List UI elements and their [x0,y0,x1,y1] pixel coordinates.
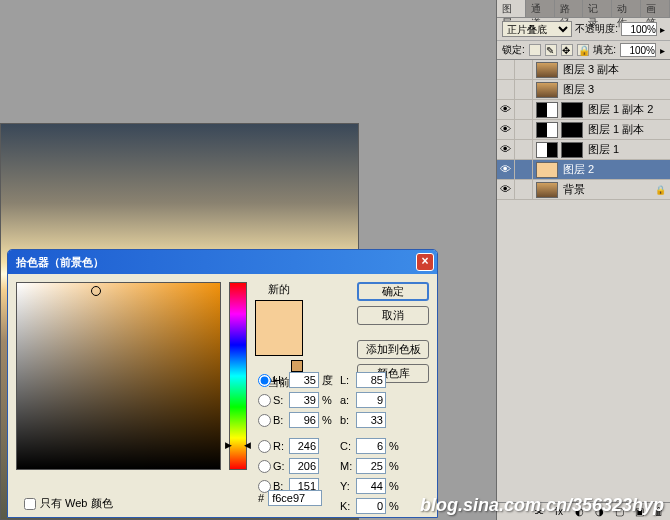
h-unit: 度 [322,373,336,388]
visibility-eye-icon[interactable]: 👁 [497,140,515,159]
layer-thumb[interactable] [536,62,558,78]
tab-brushes[interactable]: 画笔 [641,0,670,17]
g-label: G: [273,460,289,472]
s-radio[interactable] [258,394,271,407]
layer-name-label[interactable]: 背景 [561,182,655,197]
k-input[interactable] [356,498,386,514]
layer-thumb[interactable] [536,122,558,138]
tab-paths[interactable]: 路径 [555,0,584,17]
lock-all-icon[interactable]: 🔒 [577,44,589,56]
layer-row[interactable]: 👁 背景 🔒 [497,180,670,200]
visibility-eye-icon[interactable] [497,60,515,79]
color-picker-titlebar[interactable]: 拾色器（前景色） × [8,250,437,274]
color-gradient-field[interactable] [16,282,221,470]
h-input[interactable] [289,372,319,388]
layers-panel: 图层 通道 路径 记录 动作 画笔 正片叠底 不透明度: ▸ 锁定: ✎ ✥ 🔒… [496,0,670,520]
tab-channels[interactable]: 通道 [526,0,555,17]
layer-name-label[interactable]: 图层 3 [561,82,670,97]
layer-thumb[interactable] [536,102,558,118]
g-radio[interactable] [258,460,271,473]
y-input[interactable] [356,478,386,494]
add-swatch-button[interactable]: 添加到色板 [357,340,429,359]
m-input[interactable] [356,458,386,474]
opacity-label: 不透明度: [575,22,618,36]
visibility-eye-icon[interactable] [497,80,515,99]
lock-paint-icon[interactable]: ✎ [545,44,557,56]
c-label: C: [340,440,356,452]
layer-mask-thumb[interactable] [561,142,583,158]
link-col[interactable] [515,80,533,99]
visibility-eye-icon[interactable]: 👁 [497,180,515,199]
layer-mask-thumb[interactable] [561,122,583,138]
layer-name-label[interactable]: 图层 1 [586,142,670,157]
layer-thumb[interactable] [536,162,558,178]
m-label: M: [340,460,356,472]
visibility-eye-icon[interactable]: 👁 [497,160,515,179]
layer-thumb[interactable] [536,182,558,198]
layer-row[interactable]: 图层 3 [497,80,670,100]
layer-mask-thumb[interactable] [561,102,583,118]
link-col[interactable] [515,180,533,199]
web-only-checkbox[interactable] [24,498,36,510]
color-picker-title: 拾色器（前景色） [16,255,104,270]
r-radio[interactable] [258,440,271,453]
hue-slider-handle-icon[interactable]: ▶◀ [225,440,251,450]
lab-b-input[interactable] [356,412,386,428]
opacity-input[interactable] [621,22,657,36]
blend-mode-select[interactable]: 正片叠底 [502,21,572,37]
s-input[interactable] [289,392,319,408]
k-label: K: [340,500,356,512]
lock-label: 锁定: [502,43,525,57]
l-label: L: [340,374,356,386]
close-icon[interactable]: × [416,253,434,271]
c-input[interactable] [356,438,386,454]
color-picker-dialog: 拾色器（前景色） × ▶◀ 新的 当前 确定 取消 添加到色板 颜色库 H:度 … [7,249,438,518]
layer-name-label[interactable]: 图层 1 副本 2 [586,102,670,117]
layer-row[interactable]: 👁 图层 2 [497,160,670,180]
y-label: Y: [340,480,356,492]
l-input[interactable] [356,372,386,388]
tab-history[interactable]: 记录 [583,0,612,17]
layer-row[interactable]: 图层 3 副本 [497,60,670,80]
lab-cmyk-group: L: a: b: C:% M:% Y:% K:% [340,370,403,516]
layer-thumb[interactable] [536,82,558,98]
link-col[interactable] [515,160,533,179]
lock-move-icon[interactable]: ✥ [561,44,573,56]
visibility-eye-icon[interactable]: 👁 [497,120,515,139]
visibility-eye-icon[interactable]: 👁 [497,100,515,119]
layer-thumb[interactable] [536,142,558,158]
layer-name-label[interactable]: 图层 1 副本 [586,122,670,137]
tab-layers[interactable]: 图层 [497,0,526,17]
hue-slider[interactable]: ▶◀ [229,282,247,470]
hex-row: # [258,490,322,506]
layer-row[interactable]: 👁 图层 1 [497,140,670,160]
layer-name-label[interactable]: 图层 2 [561,162,670,177]
lock-transparent-icon[interactable] [529,44,541,56]
h-radio[interactable] [258,374,271,387]
watermark: blog.sina.com.cn/356323hyp [420,495,664,516]
new-color-label: 新的 [268,282,290,297]
a-label: a: [340,394,356,406]
g-input[interactable] [289,458,319,474]
fill-input[interactable] [620,43,656,57]
tab-actions[interactable]: 动作 [612,0,641,17]
web-only-row: 只有 Web 颜色 [24,496,113,511]
link-col[interactable] [515,120,533,139]
gradient-cursor-icon[interactable] [91,286,101,296]
r-input[interactable] [289,438,319,454]
a-input[interactable] [356,392,386,408]
link-col[interactable] [515,140,533,159]
hex-input[interactable] [268,490,322,506]
link-col[interactable] [515,60,533,79]
layer-row[interactable]: 👁 图层 1 副本 [497,120,670,140]
cancel-button[interactable]: 取消 [357,306,429,325]
b-input[interactable] [289,412,319,428]
layer-name-label[interactable]: 图层 3 副本 [561,62,670,77]
layer-row[interactable]: 👁 图层 1 副本 2 [497,100,670,120]
ok-button[interactable]: 确定 [357,282,429,301]
chevron-down-icon[interactable]: ▸ [660,24,665,35]
link-col[interactable] [515,100,533,119]
b-radio[interactable] [258,414,271,427]
lab-b-label: b: [340,414,356,426]
chevron-down-icon[interactable]: ▸ [660,45,665,56]
